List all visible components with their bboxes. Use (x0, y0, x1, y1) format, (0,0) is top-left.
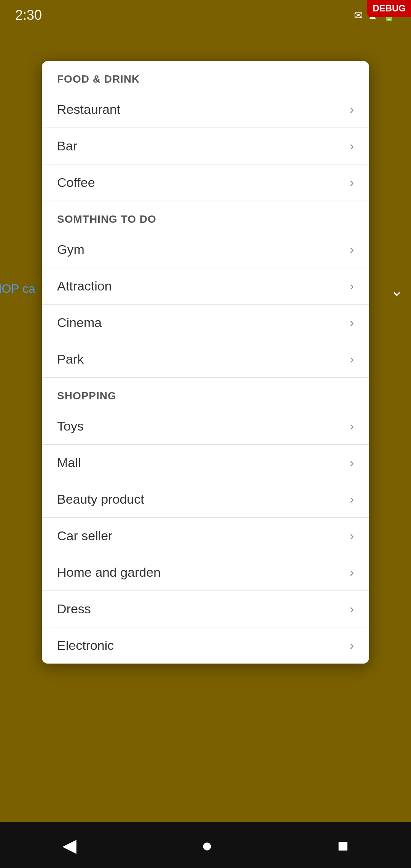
menu-item-label-attraction: Attraction (57, 279, 112, 294)
mail-icon: ✉ (354, 9, 363, 22)
menu-item-label-toys: Toys (57, 419, 84, 434)
menu-item-electronic[interactable]: Electronic › (42, 627, 369, 664)
menu-item-label-car-seller: Car seller (57, 528, 112, 543)
menu-item-home-and-garden[interactable]: Home and garden › (42, 554, 369, 591)
recents-button[interactable]: ■ (315, 827, 371, 863)
chevron-right-icon-coffee: › (350, 176, 354, 190)
home-button[interactable]: ● (178, 827, 235, 863)
menu-item-label-gym: Gym (57, 242, 84, 257)
menu-item-label-park: Park (57, 352, 84, 367)
menu-item-label-mall: Mall (57, 455, 81, 470)
status-time: 2:30 (15, 7, 42, 23)
section-header-something-to-do: SOMTHING TO DO (42, 201, 369, 231)
chevron-right-icon-car-seller: › (350, 529, 354, 543)
menu-item-label-home-and-garden: Home and garden (57, 565, 161, 580)
modal-content: FOOD & DRINK Restaurant › Bar › Coffee ›… (42, 61, 369, 664)
shop-label: SHOP ca (0, 282, 35, 296)
menu-item-toys[interactable]: Toys › (42, 408, 369, 445)
section-header-food-drink: FOOD & DRINK (42, 61, 369, 91)
chevron-right-icon-cinema: › (350, 316, 354, 330)
menu-item-label-bar: Bar (57, 139, 77, 153)
modal-card: FOOD & DRINK Restaurant › Bar › Coffee ›… (42, 61, 369, 664)
menu-item-park[interactable]: Park › (42, 341, 369, 378)
right-expand-icon[interactable]: ⌄ (390, 282, 403, 299)
chevron-right-icon-bar: › (350, 139, 354, 153)
bottom-navigation: ◀ ● ■ (0, 822, 411, 868)
menu-item-label-restaurant: Restaurant (57, 102, 120, 117)
menu-item-label-coffee: Coffee (57, 175, 95, 190)
menu-item-label-beauty-product: Beauty product (57, 492, 144, 507)
chevron-right-icon-beauty-product: › (350, 492, 354, 506)
chevron-right-icon-toys: › (350, 419, 354, 433)
menu-item-coffee[interactable]: Coffee › (42, 164, 369, 201)
chevron-right-icon-home-and-garden: › (350, 565, 354, 579)
chevron-right-icon-restaurant: › (350, 102, 354, 116)
menu-item-label-electronic: Electronic (57, 638, 114, 653)
chevron-right-icon-gym: › (350, 243, 354, 257)
chevron-right-icon-dress: › (350, 602, 354, 616)
menu-item-restaurant[interactable]: Restaurant › (42, 91, 369, 128)
chevron-right-icon-park: › (350, 352, 354, 366)
menu-item-car-seller[interactable]: Car seller › (42, 518, 369, 554)
menu-item-attraction[interactable]: Attraction › (42, 268, 369, 305)
section-header-shopping: SHOPPING (42, 378, 369, 408)
chevron-right-icon-electronic: › (350, 638, 354, 653)
menu-item-dress[interactable]: Dress › (42, 591, 369, 627)
chevron-right-icon-attraction: › (350, 279, 354, 293)
chevron-right-icon-mall: › (350, 456, 354, 470)
back-button[interactable]: ◀ (40, 827, 99, 863)
status-bar: 2:30 ✉ ▲ 🔋 (0, 0, 411, 30)
menu-item-bar[interactable]: Bar › (42, 128, 369, 164)
menu-item-label-cinema: Cinema (57, 315, 102, 330)
menu-item-beauty-product[interactable]: Beauty product › (42, 481, 369, 518)
menu-item-gym[interactable]: Gym › (42, 231, 369, 268)
debug-badge: DEBUG (367, 0, 411, 17)
menu-item-cinema[interactable]: Cinema › (42, 305, 369, 341)
menu-item-mall[interactable]: Mall › (42, 445, 369, 481)
menu-item-label-dress: Dress (57, 602, 91, 616)
